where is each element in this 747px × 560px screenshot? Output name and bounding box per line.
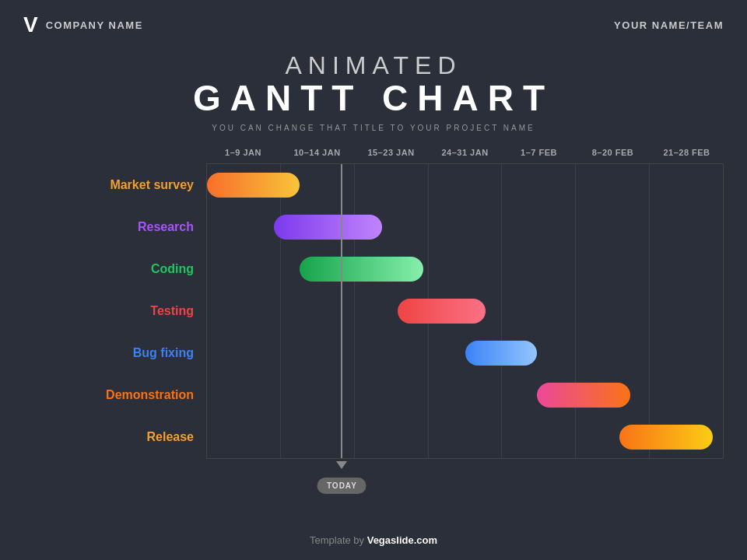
chart-row: Bug fixing bbox=[207, 332, 723, 374]
chart-row: Demonstration bbox=[207, 374, 723, 416]
row-label-container: Release bbox=[24, 430, 203, 444]
chart-rows: Market surveyResearchCodingTestingBug fi… bbox=[207, 164, 723, 458]
gantt-bar bbox=[300, 257, 423, 282]
chart-row: Research bbox=[207, 206, 723, 248]
row-bar-area bbox=[207, 374, 723, 416]
row-label: Release bbox=[147, 430, 195, 443]
chart-row: Market survey bbox=[207, 164, 723, 206]
gantt-bar bbox=[274, 215, 382, 240]
col-header: 15–23 JAN bbox=[354, 148, 428, 157]
gantt-bar bbox=[398, 299, 486, 324]
today-arrow bbox=[336, 461, 347, 469]
logo-area: V COMPANY NAME bbox=[23, 14, 143, 36]
row-label: Research bbox=[138, 220, 194, 233]
row-label-container: Coding bbox=[24, 262, 203, 276]
today-marker: TODAY bbox=[317, 478, 366, 494]
team-name: YOUR NAME/TEAM bbox=[614, 19, 724, 31]
col-headers: 1–9 JAN10–14 JAN15–23 JAN24–31 JAN1–7 FE… bbox=[206, 148, 724, 157]
row-bar-area bbox=[207, 416, 723, 458]
col-header: 1–7 FEB bbox=[502, 148, 576, 157]
row-label-container: Research bbox=[24, 220, 203, 234]
row-label: Coding bbox=[151, 262, 194, 275]
gantt-bar bbox=[619, 425, 712, 450]
row-bar-area bbox=[207, 290, 723, 332]
footer: Template by Vegaslide.com bbox=[0, 534, 747, 546]
footer-text: Template by bbox=[310, 534, 367, 546]
row-bar-area bbox=[207, 206, 723, 248]
col-header: 24–31 JAN bbox=[428, 148, 502, 157]
logo-icon: V bbox=[23, 14, 38, 36]
row-label-container: Testing bbox=[24, 304, 203, 318]
title-area: ANIMATED GANTT CHART YOU CAN CHANGE THAT… bbox=[0, 51, 747, 132]
title-line2: GANTT CHART bbox=[0, 77, 747, 119]
row-label: Testing bbox=[150, 304, 194, 317]
title-line1: ANIMATED bbox=[0, 51, 747, 80]
row-bar-area bbox=[207, 332, 723, 374]
row-label-container: Bug fixing bbox=[24, 346, 203, 360]
row-label: Market survey bbox=[110, 178, 194, 191]
gantt-bar bbox=[537, 383, 630, 408]
chart-wrapper: 1–9 JAN10–14 JAN15–23 JAN24–31 JAN1–7 FE… bbox=[23, 148, 724, 459]
company-name: COMPANY NAME bbox=[46, 19, 143, 31]
row-label-container: Demonstration bbox=[24, 388, 203, 402]
gantt-bar bbox=[465, 341, 538, 366]
col-header: 21–28 FEB bbox=[650, 148, 724, 157]
title-subtitle: YOU CAN CHANGE THAT TITLE TO YOUR PROJEC… bbox=[0, 124, 747, 132]
row-label: Demonstration bbox=[106, 388, 194, 401]
footer-brand: Vegaslide.com bbox=[367, 534, 437, 546]
col-header: 8–20 FEB bbox=[576, 148, 650, 157]
chart-row: Testing bbox=[207, 290, 723, 332]
chart-row: Release bbox=[207, 416, 723, 458]
row-bar-area bbox=[207, 248, 723, 290]
row-label: Bug fixing bbox=[133, 346, 194, 359]
gantt-bar bbox=[207, 173, 300, 198]
chart-row: Coding bbox=[207, 248, 723, 290]
col-header: 10–14 JAN bbox=[280, 148, 354, 157]
header: V COMPANY NAME YOUR NAME/TEAM bbox=[0, 0, 747, 36]
today-line: TODAY bbox=[341, 164, 342, 458]
col-header: 1–9 JAN bbox=[206, 148, 280, 157]
chart-grid: Market surveyResearchCodingTestingBug fi… bbox=[206, 163, 724, 459]
row-label-container: Market survey bbox=[24, 178, 203, 192]
row-bar-area bbox=[207, 164, 723, 206]
